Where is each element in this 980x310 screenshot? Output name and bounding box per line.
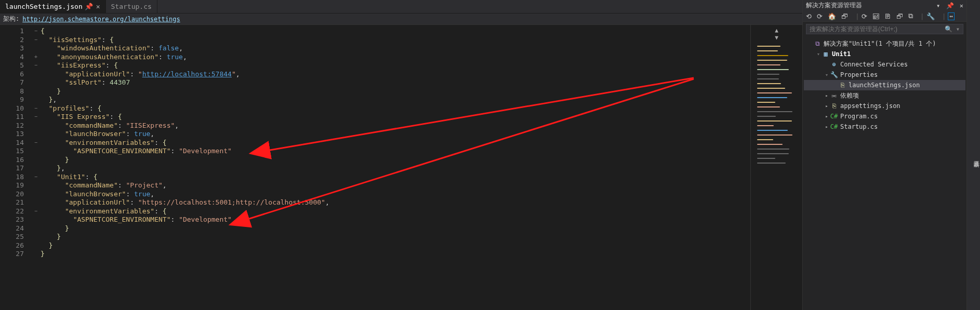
toolbar-icon[interactable]: ⧉ bbox=[908, 12, 913, 20]
tab-launchSettings-json[interactable]: launchSettings.json📌✕ bbox=[0, 0, 106, 13]
tree-node-Program-cs[interactable]: ▸C#Program.cs bbox=[804, 111, 965, 122]
schema-label: 架构: bbox=[3, 15, 19, 23]
split-down-icon[interactable]: ▼ bbox=[775, 34, 778, 41]
tree-node--Unit1-1-1-[interactable]: ⧉解决方案"Unit1"(1 个项目/共 1 个) bbox=[804, 38, 965, 49]
search-icon[interactable]: 🔍 ▾ bbox=[945, 25, 960, 33]
search-input[interactable] bbox=[810, 25, 945, 33]
tree-node--[interactable]: ▸⫘依赖项 bbox=[804, 90, 965, 101]
pin-icon[interactable]: 📌 bbox=[946, 2, 954, 9]
split-up-icon[interactable]: ▲ bbox=[775, 27, 778, 34]
tree-node-Startup-cs[interactable]: ▸C#Startup.cs bbox=[804, 122, 965, 132]
toolbar-icon[interactable]: 🗗 bbox=[841, 12, 848, 20]
tree-node-appsettings-json[interactable]: ▸⎘appsettings.json bbox=[804, 101, 965, 111]
tree-node-Unit1[interactable]: ▿▦Unit1 bbox=[804, 49, 965, 59]
minimap[interactable]: ▲ ▼ bbox=[750, 25, 802, 310]
fold-gutter[interactable]: −−+−−−−−− bbox=[31, 25, 41, 310]
tree-node-Connected-Services[interactable]: ⊕Connected Services bbox=[804, 59, 965, 70]
code-editor[interactable]: { "iisSettings": { "windowsAuthenticatio… bbox=[41, 25, 750, 310]
toolbar-icon[interactable]: 🗗 bbox=[896, 12, 903, 20]
solution-explorer: 解决方案资源管理器 ▾ 📌 ✕ ⟲⟳🏠🗗|⟳🗟🖹🗗⧉|🔧|↔ 🔍 ▾ ⧉解决方案… bbox=[802, 0, 966, 310]
solution-explorer-toolbar: ⟲⟳🏠🗗|⟳🗟🖹🗗⧉|🔧|↔ bbox=[803, 11, 966, 22]
dropdown-icon[interactable]: ▾ bbox=[936, 2, 940, 9]
solution-explorer-title-text: 解决方案资源管理器 bbox=[806, 1, 862, 10]
toolbar-icon[interactable]: ⟳ bbox=[862, 12, 867, 20]
diagnostics-rail[interactable]: 诊断工具 bbox=[966, 0, 980, 310]
close-icon[interactable]: ✕ bbox=[960, 2, 963, 9]
toolbar-icon[interactable]: 🏠 bbox=[828, 12, 836, 20]
schema-url[interactable]: http://json.schemastore.org/launchsettin… bbox=[22, 16, 180, 23]
close-icon[interactable]: ✕ bbox=[96, 3, 100, 10]
toolbar-icon[interactable]: 🔧 bbox=[926, 12, 935, 20]
editor-area: launchSettings.json📌✕Startup.cs 架构: http… bbox=[0, 0, 802, 310]
toolbar-icon[interactable]: 🖹 bbox=[884, 12, 891, 20]
tab-Startup-cs[interactable]: Startup.cs bbox=[106, 0, 157, 13]
toolbar-icon[interactable]: 🗟 bbox=[872, 12, 879, 20]
solution-explorer-search[interactable]: 🔍 ▾ bbox=[806, 24, 963, 34]
toolbar-icon[interactable]: ⟲ bbox=[806, 12, 812, 20]
solution-explorer-title: 解决方案资源管理器 ▾ 📌 ✕ bbox=[803, 0, 966, 11]
toolbar-icon[interactable]: ⟳ bbox=[817, 12, 823, 20]
schema-bar: 架构: http://json.schemastore.org/launchse… bbox=[0, 14, 802, 25]
tree-node-Properties[interactable]: ▿🔧Properties bbox=[804, 70, 965, 80]
solution-tree[interactable]: ⧉解决方案"Unit1"(1 个项目/共 1 个)▿▦Unit1⊕Connect… bbox=[803, 36, 966, 310]
tree-node-launchSettings-json[interactable]: ⎘launchSettings.json bbox=[804, 80, 965, 90]
tab-bar: launchSettings.json📌✕Startup.cs bbox=[0, 0, 802, 14]
sync-icon[interactable]: ↔ bbox=[948, 12, 955, 20]
line-number-gutter: 1234567891011121314151617181920212223242… bbox=[0, 25, 31, 310]
